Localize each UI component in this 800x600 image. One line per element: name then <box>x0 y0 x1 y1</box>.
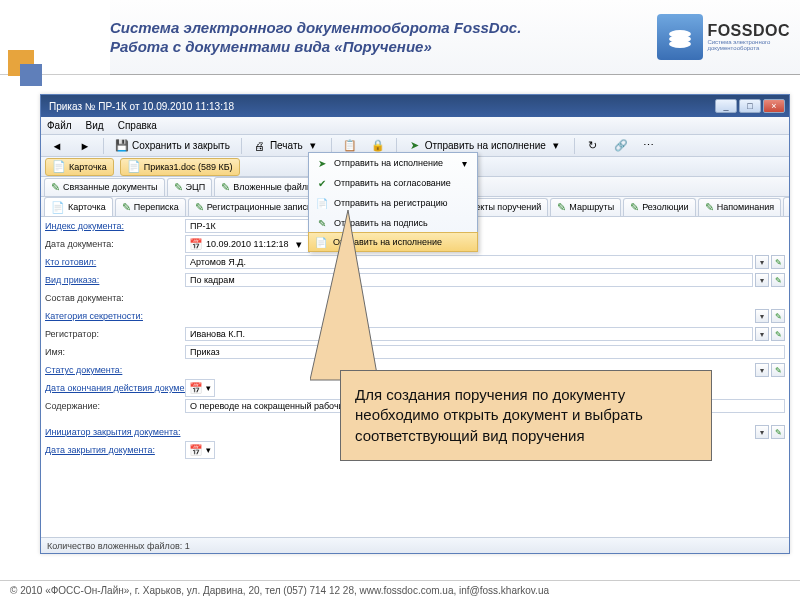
callout-text: Для создания поручения по документу необ… <box>355 386 643 444</box>
tab-reg[interactable]: ✎Регистрационные записи <box>188 198 319 216</box>
pencil-icon: ✎ <box>630 201 639 214</box>
edit-button[interactable]: ✎ <box>771 425 785 439</box>
field-expire[interactable]: 📅▾ <box>185 379 215 397</box>
titlebar: Приказ № ПР-1К от 10.09.2010 11:13:18 _ … <box>41 95 789 117</box>
field-who[interactable]: Артомов Я.Д. <box>185 255 753 269</box>
dd-item-exec[interactable]: ➤Отправить на исполнение▾ <box>309 153 477 173</box>
label-index[interactable]: Индекс документа: <box>45 221 185 231</box>
maximize-button[interactable]: □ <box>739 99 761 113</box>
menu-file[interactable]: Файл <box>47 120 72 131</box>
logo: FOSSDOC Система электронного документооб… <box>657 14 790 60</box>
status-text: Количество вложенных файлов: 1 <box>47 541 190 551</box>
chevron-down-icon: ▾ <box>206 383 211 393</box>
svg-marker-3 <box>310 210 378 380</box>
field-name[interactable]: Приказ <box>185 345 785 359</box>
field-kind[interactable]: По кадрам <box>185 273 753 287</box>
field-sostav[interactable] <box>185 296 785 300</box>
logo-text: FOSSDOC <box>707 23 790 39</box>
close-button[interactable]: × <box>763 99 785 113</box>
check-icon: ✔ <box>315 176 329 190</box>
print-label: Печать <box>270 140 303 151</box>
decoration-squares <box>0 50 42 110</box>
tool-btn-4[interactable]: 🔗 <box>609 137 633 155</box>
edit-button[interactable]: ✎ <box>771 327 785 341</box>
field-index[interactable]: ПР-1К <box>185 219 315 233</box>
refresh-icon: ↻ <box>586 139 600 153</box>
link-icon: 🔗 <box>614 139 628 153</box>
edit-button[interactable]: ✎ <box>771 309 785 323</box>
label-status[interactable]: Статус документа: <box>45 365 185 375</box>
chevron-down-icon: ▾ <box>306 139 320 153</box>
chevron-down-icon: ▾ <box>292 237 306 251</box>
title-line-2: Работа с документами вида «Поручение» <box>110 37 657 57</box>
edit-button[interactable]: ✎ <box>771 273 785 287</box>
edit-button[interactable]: ✎ <box>771 363 785 377</box>
tab-related-docs[interactable]: ✎Связанные документы <box>44 178 165 196</box>
fwd-button[interactable]: ► <box>73 137 97 155</box>
card-icon: 📄 <box>52 160 66 174</box>
tab-card[interactable]: 📄Карточка <box>44 197 113 216</box>
svg-point-2 <box>669 30 691 38</box>
window-title: Приказ № ПР-1К от 10.09.2010 11:13:18 <box>45 101 715 112</box>
tab-routes[interactable]: ✎Маршруты <box>550 198 621 216</box>
tab-versions[interactable]: 📙Журнал версий <box>783 197 789 216</box>
label-close-date[interactable]: Дата закрытия документа: <box>45 445 185 455</box>
field-close-date[interactable]: 📅▾ <box>185 441 215 459</box>
tab-signature[interactable]: ✎ЭЦП <box>167 178 213 196</box>
tab-messages[interactable]: ✎Переписка <box>115 198 186 216</box>
menu-help[interactable]: Справка <box>118 120 157 131</box>
label-sostav: Состав документа: <box>45 293 185 303</box>
dd-item-agree[interactable]: ✔Отправить на согласование <box>309 173 477 193</box>
tab-resolutions[interactable]: ✎Резолюции <box>623 198 695 216</box>
pencil-icon: ✎ <box>557 201 566 214</box>
dropdown-button[interactable]: ▾ <box>755 309 769 323</box>
calendar-icon: 📅 <box>189 381 203 395</box>
doc-stack-icon <box>657 14 703 60</box>
save-icon: 💾 <box>115 139 129 153</box>
pencil-icon: ✎ <box>174 181 183 194</box>
chevron-down-icon: ▾ <box>549 139 563 153</box>
minimize-button[interactable]: _ <box>715 99 737 113</box>
pencil-icon: ✎ <box>705 201 714 214</box>
file-pill-label: Приказ1.doc (589 КБ) <box>144 162 233 172</box>
label-reg: Регистратор: <box>45 329 185 339</box>
dropdown-button[interactable]: ▾ <box>755 255 769 269</box>
save-close-label: Сохранить и закрыть <box>132 140 230 151</box>
field-secret[interactable] <box>185 314 753 318</box>
card-pill[interactable]: 📄Карточка <box>45 158 114 176</box>
send-icon: ➤ <box>408 139 422 153</box>
label-expire[interactable]: Дата окончания действия документа: <box>45 383 185 393</box>
fwd-icon: ► <box>78 139 92 153</box>
back-button[interactable]: ◄ <box>45 137 69 155</box>
pencil-icon: ✎ <box>221 181 230 194</box>
label-secret[interactable]: Категория секретности: <box>45 311 185 321</box>
save-close-button[interactable]: 💾Сохранить и закрыть <box>110 137 235 155</box>
dropdown-button[interactable]: ▾ <box>755 273 769 287</box>
dropdown-button[interactable]: ▾ <box>755 363 769 377</box>
card-icon: 📄 <box>51 200 65 214</box>
field-reg[interactable]: Иванова К.П. <box>185 327 753 341</box>
status-bar: Количество вложенных файлов: 1 <box>41 537 789 553</box>
file-pill[interactable]: 📄Приказ1.doc (589 КБ) <box>120 158 240 176</box>
print-icon: 🖨 <box>253 139 267 153</box>
label-date: Дата документа: <box>45 239 185 249</box>
label-initiator[interactable]: Инициатор закрытия документа: <box>45 427 185 437</box>
footer-text: © 2010 «ФОСС-Он-Лайн», г. Харьков, ул. Д… <box>10 585 549 596</box>
edit-button[interactable]: ✎ <box>771 255 785 269</box>
tool-btn-3[interactable]: ↻ <box>581 137 605 155</box>
dropdown-button[interactable]: ▾ <box>755 425 769 439</box>
label-name: Имя: <box>45 347 185 357</box>
chevron-down-icon: ▾ <box>457 156 471 170</box>
dropdown-button[interactable]: ▾ <box>755 327 769 341</box>
tab-reminders[interactable]: ✎Напоминания <box>698 198 781 216</box>
card-pill-label: Карточка <box>69 162 107 172</box>
callout: Для создания поручения по документу необ… <box>340 370 712 461</box>
send-exec-label: Отправить на исполнение <box>425 140 546 151</box>
field-date[interactable]: 📅10.09.2010 11:12:18▾ <box>185 235 310 253</box>
slide-title: Система электронного документооборота Fo… <box>110 8 657 67</box>
menu-view[interactable]: Вид <box>86 120 104 131</box>
tool-btn-5[interactable]: ⋯ <box>637 137 661 155</box>
label-kind[interactable]: Вид приказа: <box>45 275 185 285</box>
back-icon: ◄ <box>50 139 64 153</box>
label-who[interactable]: Кто готовил: <box>45 257 185 267</box>
